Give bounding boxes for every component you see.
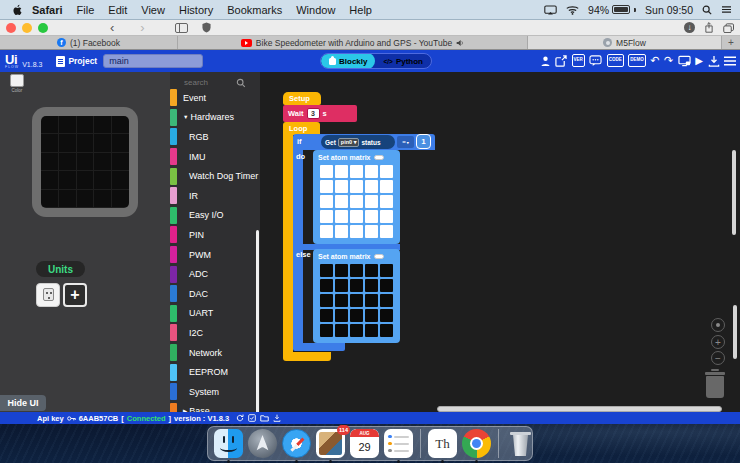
matrix-cell[interactable] (335, 279, 348, 292)
matrix-cell[interactable] (365, 225, 378, 238)
matrix-cell[interactable] (335, 264, 348, 277)
palette-category-hardwares[interactable]: ▼Hardwares (170, 108, 260, 128)
apple-menu-icon[interactable] (12, 4, 22, 16)
dock-item-thonny[interactable]: Th (428, 429, 457, 458)
set-atom-matrix-block-do[interactable]: Set atom matrix (313, 150, 400, 244)
menu-edit[interactable]: Edit (108, 4, 127, 16)
wait-block[interactable]: Wait 3 s (283, 105, 357, 122)
dock-item-reminders[interactable] (384, 429, 413, 458)
matrix-cell[interactable] (320, 225, 333, 238)
palette-category-easy-i-o[interactable]: Easy I/O (170, 206, 260, 226)
display-mirroring-icon[interactable] (544, 5, 557, 15)
dock-item-safari[interactable] (282, 429, 311, 458)
matrix-cell[interactable] (350, 324, 363, 337)
user-icon[interactable] (540, 54, 551, 67)
notification-center-icon[interactable] (721, 5, 732, 14)
dock-item-launchpad[interactable] (248, 429, 277, 458)
wifi-icon[interactable] (566, 5, 579, 15)
matrix-cell[interactable] (320, 309, 333, 322)
matrix-cell[interactable] (320, 210, 333, 223)
menu-file[interactable]: File (77, 4, 95, 16)
matrix-cell[interactable] (335, 225, 348, 238)
matrix-cell[interactable] (320, 195, 333, 208)
menu-bookmarks[interactable]: Bookmarks (227, 4, 282, 16)
center-view-button[interactable] (711, 318, 725, 332)
matrix-color-pill[interactable] (374, 254, 384, 259)
matrix-cell[interactable] (350, 279, 363, 292)
matrix-cell[interactable] (380, 225, 393, 238)
matrix-cell[interactable] (350, 264, 363, 277)
matrix-cell[interactable] (365, 324, 378, 337)
matrix-cell[interactable] (380, 195, 393, 208)
matrix-cell[interactable] (350, 294, 363, 307)
palette-category-network[interactable]: Network (170, 343, 260, 363)
browser-tab-1[interactable]: f(1) Facebook (0, 36, 178, 49)
compare-value-block[interactable]: 1 (416, 134, 431, 149)
compare-operator-dropdown[interactable]: =▾ (397, 136, 414, 148)
blockly-mode-button[interactable]: Blockly (321, 53, 375, 69)
palette-category-dac[interactable]: DAC (170, 284, 260, 304)
matrix-cell[interactable] (335, 210, 348, 223)
back-button[interactable]: ‹ (110, 22, 114, 34)
setup-block[interactable]: Setup (283, 92, 321, 105)
matrix-cell[interactable] (365, 180, 378, 193)
matrix-cell[interactable] (380, 165, 393, 178)
matrix-cell[interactable] (335, 165, 348, 178)
feedback-icon[interactable] (589, 54, 602, 67)
export-project-icon[interactable] (555, 54, 567, 67)
window-minimize-button[interactable] (22, 23, 32, 33)
palette-category-watch-dog-timer[interactable]: Watch Dog Timer (170, 166, 260, 186)
matrix-cell[interactable] (320, 180, 333, 193)
download-icon[interactable] (708, 54, 720, 67)
matrix-cell[interactable] (365, 165, 378, 178)
browser-tab-2[interactable]: Bike Speedometer with Arduino and GPS - … (178, 36, 528, 49)
color-button[interactable]: Color (4, 74, 30, 93)
matrix-cell[interactable] (380, 294, 393, 307)
hide-ui-button[interactable]: Hide UI (0, 395, 46, 411)
add-unit-button[interactable]: + (63, 283, 87, 307)
spotlight-search-icon[interactable] (702, 5, 712, 15)
matrix-cell[interactable] (365, 279, 378, 292)
matrix-cell[interactable] (335, 294, 348, 307)
matrix-cell[interactable] (380, 210, 393, 223)
matrix-cell[interactable] (365, 210, 378, 223)
matrix-cell[interactable] (380, 264, 393, 277)
tab-speaker-icon[interactable] (456, 39, 464, 47)
matrix-cell[interactable] (335, 195, 348, 208)
menu-history[interactable]: History (179, 4, 213, 16)
dock-item-calendar[interactable]: AUG29 (350, 429, 379, 458)
workspace-trash-icon[interactable] (704, 369, 726, 398)
wait-value-input[interactable]: 3 (307, 108, 320, 119)
loop-block-bottom[interactable] (283, 352, 331, 361)
device-manager-icon[interactable] (678, 54, 691, 67)
save-download-icon[interactable] (273, 414, 281, 422)
version-icon[interactable]: VER (572, 54, 585, 67)
matrix-cell[interactable] (320, 294, 333, 307)
palette-category-rgb[interactable]: RGB (170, 127, 260, 147)
matrix-cell[interactable] (335, 324, 348, 337)
palette-category-ir[interactable]: IR (170, 186, 260, 206)
menu-help[interactable]: Help (349, 4, 372, 16)
dock-item-chrome[interactable] (462, 429, 491, 458)
palette-category-adc[interactable]: ADC (170, 264, 260, 284)
zoom-in-button[interactable]: + (711, 335, 725, 349)
share-icon[interactable] (704, 22, 714, 33)
palette-category-imu[interactable]: IMU (170, 147, 260, 167)
vertical-scrollbar-top[interactable] (732, 150, 736, 235)
palette-category-uart[interactable]: UART (170, 304, 260, 324)
matrix-cell[interactable] (350, 210, 363, 223)
if-block-bottom[interactable] (293, 343, 345, 351)
matrix-cell[interactable] (380, 324, 393, 337)
sidebar-icon[interactable] (175, 23, 188, 33)
downloads-button[interactable]: ↓ (684, 22, 695, 33)
matrix-cell[interactable] (350, 180, 363, 193)
matrix-cell[interactable] (365, 264, 378, 277)
matrix-cell[interactable] (335, 309, 348, 322)
privacy-shield-icon[interactable] (202, 22, 211, 33)
palette-category-event[interactable]: Event (170, 88, 260, 108)
code-examples-icon[interactable]: CODE (607, 54, 624, 67)
palette-category-i2c[interactable]: I2C (170, 323, 260, 343)
atom-matrix-grid-else[interactable] (320, 264, 393, 337)
get-pin-status-block[interactable]: Get pin0 ▾ status (321, 135, 395, 149)
palette-category-eeprom[interactable]: EEPROM (170, 362, 260, 382)
